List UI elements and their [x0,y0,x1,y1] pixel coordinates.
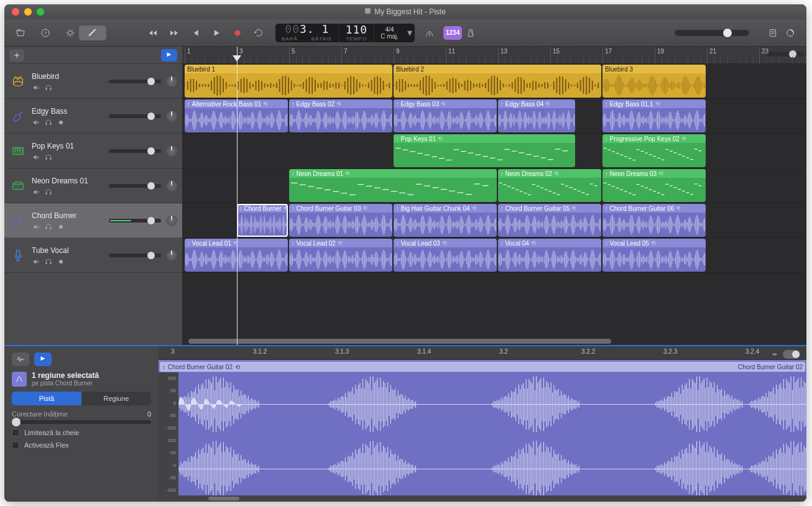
track-lane[interactable]: ↕Pop Keys 01 ⟲↕Progressive Pop Keys 02 ⟲ [182,134,806,168]
mute-button[interactable] [32,117,40,125]
track-volume-slider[interactable] [109,80,161,83]
rewind-button[interactable] [144,25,162,41]
lcd-display[interactable]: 003. 1 BARĂBĂTAIE 110 TEMPO 4/4 C maj. ▾ [275,24,415,42]
track-volume-slider[interactable] [109,219,161,223]
track-volume-slider[interactable] [109,254,161,257]
bar-ruler[interactable]: 1357911131517192123 [182,47,806,64]
track-name[interactable]: Chord Burner [32,211,104,220]
track-name[interactable]: Neon Dreams 01 [32,177,104,185]
region[interactable]: ↕Chord Burner Guitar 06 ⟲ [602,204,706,237]
editor-view-waveform-button[interactable] [12,352,29,366]
track-pan-knob[interactable] [166,215,177,226]
metronome-button[interactable] [462,25,479,40]
region[interactable]: ↕Edgy Bass 03 ⟲ [394,99,497,132]
track-header[interactable]: Bluebird [4,64,182,99]
mute-button[interactable] [32,257,40,264]
editor-waveform-area[interactable]: 33.1.23.1.33.1.43.23.2.23.2.33.2.4 ↕Chor… [159,346,806,502]
region[interactable]: ↕Neon Dreams 02 ⟲ [498,169,601,202]
solo-headphones-button[interactable] [44,222,53,229]
go-to-start-button[interactable] [186,25,205,41]
region[interactable]: ↕Alternative Rock Bass 01 ⟲ [185,99,288,132]
track-lane[interactable]: Bluebird 1Bluebird 2Bluebird 3 [182,64,806,99]
quick-help-button[interactable]: ? [37,25,54,40]
solo-headphones-button[interactable] [44,83,53,90]
add-track-button[interactable]: ＋ [9,49,24,62]
editor-tab-selector[interactable]: Pistă Regiune [12,392,151,405]
editor-snap-toggle[interactable] [770,350,800,359]
record-button[interactable] [228,25,247,41]
solo-headphones-button[interactable] [44,257,53,264]
library-button[interactable] [12,25,29,40]
region[interactable]: ↕Edgy Bass 02 ⟲ [289,99,392,132]
solo-headphones-button[interactable] [44,117,53,125]
region[interactable]: ↕Pop Keys 01 ⟲ [394,134,575,167]
track-volume-slider[interactable] [109,149,161,153]
region[interactable]: ↕Vocal Lead 03 ⟲ [394,239,497,272]
mute-button[interactable] [32,83,40,90]
region[interactable]: ↕Neon Dreams 03 ⟲ [602,169,706,202]
solo-headphones-button[interactable] [44,187,53,195]
region[interactable]: ↕Edgy Bass 04 ⟲ [498,99,575,132]
region[interactable]: ↕Neon Dreams 01 ⟲ [289,169,497,202]
track-volume-slider[interactable] [109,114,161,118]
track-header[interactable]: Tube Vocal [4,238,182,273]
track-pan-knob[interactable] [166,111,177,122]
track-header[interactable]: Edgy Bass [4,99,182,134]
play-button[interactable] [207,25,226,41]
track-header[interactable]: Chord Burner [4,203,182,238]
region[interactable]: ↕Edgy Bass 01.1 ⟲ [602,99,706,132]
track-lane[interactable]: ↕Chord Burner ⟲↕Chord Burner Guitar 03 ⟲… [182,203,806,238]
master-volume-slider[interactable] [675,30,749,36]
region[interactable]: Bluebird 2 [394,65,601,98]
region[interactable]: ↕Chord Burner Guitar 05 ⟲ [498,204,601,237]
forward-button[interactable] [165,25,183,41]
editor-tab-region[interactable]: Regiune [81,392,151,405]
track-name[interactable]: Tube Vocal [32,246,104,255]
editors-button[interactable] [79,25,106,40]
editor-catch-playhead-button[interactable] [34,352,52,366]
notepad-button[interactable] [764,25,782,40]
track-pan-knob[interactable] [166,76,177,87]
track-pan-knob[interactable] [166,250,177,261]
region[interactable]: ↕Vocal Lead 02 ⟲ [289,239,392,272]
record-enable-button[interactable] [57,117,65,125]
editor-waveform[interactable] [178,372,806,502]
loop-browser-button[interactable] [782,25,799,40]
playhead[interactable] [237,47,238,345]
region[interactable]: ↕Vocal Lead 05 ⟲ [602,239,706,272]
region[interactable]: ↕Progressive Pop Keys 02 ⟲ [602,134,706,167]
arrange-area[interactable]: 1357911131517192123 Bluebird 1Bluebird 2… [182,47,806,345]
editor-h-scrollbar[interactable] [159,495,806,502]
track-name[interactable]: Bluebird [32,72,104,81]
record-enable-button[interactable] [57,257,65,264]
track-lane[interactable]: ↕Neon Dreams 01 ⟲↕Neon Dreams 02 ⟲↕Neon … [182,168,806,203]
region[interactable]: Bluebird 1 [185,65,392,98]
editor-ruler[interactable]: 33.1.23.1.33.1.43.23.2.23.2.33.2.4 [159,346,806,360]
region[interactable]: Bluebird 3 [602,65,706,98]
track-lane[interactable]: ↕Vocal Lead 01 ⟲↕Vocal Lead 02 ⟲↕Vocal L… [182,238,806,273]
track-lane[interactable]: ↕Alternative Rock Bass 01 ⟲↕Edgy Bass 02… [182,99,806,134]
track-name[interactable]: Pop Keys 01 [32,142,104,150]
lcd-mode-menu[interactable]: ▾ [405,24,415,42]
track-name[interactable]: Edgy Bass [32,107,104,116]
mute-button[interactable] [32,152,40,160]
editor-tab-track[interactable]: Pistă [12,392,81,405]
region[interactable]: ↕Vocal 04 ⟲ [498,239,601,272]
track-volume-slider[interactable] [109,184,161,188]
mute-button[interactable] [32,187,40,195]
count-in-button[interactable]: 1234 [443,26,462,40]
region[interactable]: ↕Chord Burner ⟲ [237,204,288,237]
track-pan-knob[interactable] [166,180,177,191]
window-close-button[interactable] [12,8,19,16]
cycle-button[interactable] [249,25,268,41]
catch-playhead-button[interactable] [161,49,177,62]
smart-controls-button[interactable] [62,25,79,40]
region[interactable]: ↕Chord Burner Guitar 03 ⟲ [289,204,392,237]
mute-button[interactable] [32,222,40,229]
horizontal-zoom-slider[interactable] [767,52,804,57]
window-zoom-button[interactable] [37,8,44,16]
arrange-h-scrollbar[interactable] [182,338,806,345]
window-minimize-button[interactable] [24,8,32,16]
region[interactable]: ↕Big Hair Guitar Chunk 04 ⟲ [394,204,497,237]
limit-to-key-checkbox[interactable]: Limitează la cheie [12,429,151,436]
